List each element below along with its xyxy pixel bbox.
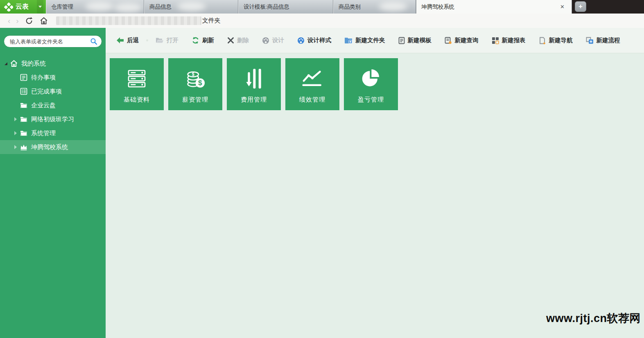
tree-item-label: 企业云盘: [31, 102, 56, 109]
module-tiles: 基础资料 $: [110, 58, 644, 110]
toolbar-button-label: 刷新: [202, 36, 214, 44]
design-style-palette-icon: [297, 37, 305, 44]
tab-kunteng-driving-school[interactable]: 坤腾驾校系统 ✕: [416, 0, 572, 14]
toolbar-button-label: 删除: [237, 36, 249, 44]
tile-label: 费用管理: [241, 96, 267, 110]
tile-expense-management[interactable]: 费用管理: [227, 58, 281, 110]
line-chart-icon: [302, 70, 323, 88]
toolbar-delete-button[interactable]: 删除: [221, 32, 255, 49]
toolbar-button-label: 新建查询: [455, 36, 479, 44]
sidebar-item-my-system[interactable]: 我的系统: [0, 57, 106, 70]
tile-label: 盈亏管理: [358, 96, 384, 110]
search-input[interactable]: [10, 39, 90, 45]
nav-forward-icon[interactable]: ›: [13, 16, 21, 25]
toolbar-new-navigation-button[interactable]: 新建导航: [532, 32, 579, 49]
collapsed-triangle-icon[interactable]: [14, 131, 17, 135]
toolbar-refresh-button[interactable]: 刷新: [185, 32, 221, 49]
tile-basic-data[interactable]: 基础资料: [110, 58, 164, 110]
tab-product-category[interactable]: 商品类别: [333, 0, 416, 14]
toolbar-design-style-button[interactable]: 设计样式: [291, 32, 338, 49]
sidebar-item-kunteng-driving-school[interactable]: 坤腾驾校系统: [0, 140, 106, 154]
toolbar-new-query-button[interactable]: 新建查询: [438, 32, 485, 49]
app-logo[interactable]: 云表: [0, 0, 46, 14]
tree-item-label: 我的系统: [21, 60, 46, 68]
tile-salary-management[interactable]: $ $ 薪资管理: [168, 58, 222, 110]
breadcrumb: 文件夹: [202, 17, 221, 25]
toolbar-separator-dot: [146, 39, 148, 41]
tab-warehouse-management[interactable]: 仓库管理: [46, 0, 144, 14]
sidebar-item-completed-items[interactable]: 已完成事项: [0, 84, 106, 98]
expanded-triangle-icon[interactable]: [5, 62, 7, 65]
open-folder-icon: [156, 37, 164, 44]
toolbar-new-flow-button[interactable]: 新建流程: [579, 32, 627, 49]
search-icon[interactable]: [90, 38, 97, 45]
app-window: 云表 仓库管理 商品信息 设计模板:商品信息 商品类别 坤腾驾校系统 ✕ +: [0, 0, 644, 338]
toolbar-button-label: 新建流程: [597, 36, 620, 44]
chevron-down-icon: [38, 6, 42, 8]
sidebar-item-system-management[interactable]: 系统管理: [0, 126, 106, 140]
new-tab-button[interactable]: +: [575, 1, 586, 12]
sidebar-item-todo-items[interactable]: 待办事项: [0, 70, 106, 84]
crown-icon: [20, 143, 28, 151]
database-icon: [127, 69, 147, 88]
censor-smudge: [85, 2, 114, 11]
tab-label: 设计模板:商品信息: [244, 3, 289, 11]
tree-item-label: 待办事项: [31, 74, 56, 82]
toolbar: 后退 打开 刷新: [106, 28, 644, 53]
tab-label: 仓库管理: [51, 3, 73, 11]
nav-back-icon[interactable]: ‹: [5, 16, 13, 25]
tree-item-label: 坤腾驾校系统: [31, 143, 68, 151]
new-template-icon: [398, 37, 405, 44]
toolbar-button-label: 设计: [272, 36, 284, 44]
new-navigation-icon: [539, 37, 546, 44]
toolbar-open-button[interactable]: 打开: [149, 32, 185, 49]
tab-label: 商品类别: [339, 3, 361, 11]
coins-dollar-icon: $ $: [185, 69, 206, 88]
sidebar-item-network-beginner-class[interactable]: 网络初级班学习: [0, 112, 106, 126]
toolbar-button-label: 打开: [167, 36, 179, 44]
cloud-table-logo-icon: [4, 2, 13, 11]
tab-close-icon[interactable]: ✕: [558, 3, 567, 11]
toolbar-button-label: 新建模板: [408, 36, 432, 44]
tile-label: 薪资管理: [182, 96, 208, 110]
tab-product-info[interactable]: 商品信息: [144, 0, 238, 14]
design-palette-icon: [262, 37, 269, 44]
logo-text: 云表: [16, 2, 29, 11]
completed-list-icon: [20, 87, 28, 95]
folder-icon: [20, 101, 28, 109]
toolbar-button-label: 新建报表: [502, 36, 526, 44]
home-icon[interactable]: [39, 16, 48, 25]
sidebar-item-enterprise-cloud-disk[interactable]: 企业云盘: [0, 98, 106, 112]
watermark-text: www.rjtj.cn软荐网: [546, 311, 641, 326]
delete-x-icon: [227, 37, 234, 44]
toolbar-button-label: 新建文件夹: [355, 36, 385, 44]
toolbar-button-label: 设计样式: [307, 36, 331, 44]
tab-design-template-product-info[interactable]: 设计模板:商品信息: [238, 0, 333, 14]
tree-item-label: 网络初级班学习: [31, 116, 74, 123]
main-area: 基础资料 $: [106, 53, 644, 338]
toolbar-design-button[interactable]: 设计: [255, 32, 291, 49]
new-report-icon: [492, 37, 499, 44]
toolbar-back-button[interactable]: 后退: [110, 32, 145, 49]
tile-performance-management[interactable]: 绩效管理: [285, 58, 339, 110]
logo-dropdown-button[interactable]: [37, 0, 43, 14]
sidebar-tree: 我的系统 待办事项: [0, 57, 106, 154]
sidebar-search-box[interactable]: [4, 35, 102, 48]
censor-smudge: [379, 2, 407, 11]
tab-label: 坤腾驾校系统: [421, 3, 454, 11]
right-column: 后退 打开 刷新: [106, 28, 644, 338]
tree-item-label: 系统管理: [31, 129, 56, 137]
new-folder-icon: [344, 37, 353, 44]
sidebar: 我的系统 待办事项: [0, 28, 106, 338]
collapsed-triangle-icon[interactable]: [14, 145, 17, 149]
toolbar-new-template-button[interactable]: 新建模板: [392, 32, 438, 49]
toolbar-new-report-button[interactable]: 新建报表: [485, 32, 532, 49]
tile-profit-loss-management[interactable]: 盈亏管理: [344, 58, 398, 110]
folder-icon: [20, 129, 28, 137]
tile-label: 绩效管理: [299, 96, 325, 110]
toolbar-new-folder-button[interactable]: 新建文件夹: [338, 32, 392, 49]
toolbar-button-label: 后退: [127, 36, 139, 44]
reload-icon[interactable]: [25, 16, 34, 25]
tab-label: 商品信息: [149, 3, 172, 11]
collapsed-triangle-icon[interactable]: [14, 117, 17, 121]
